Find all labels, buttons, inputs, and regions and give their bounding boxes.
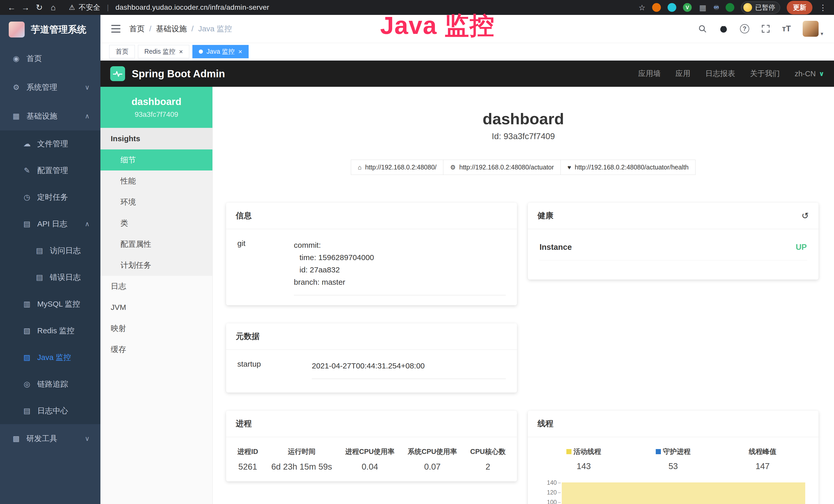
link-url: http://192.168.0.2:48080/ [365,164,436,171]
sba-item-environment[interactable]: 环境 [101,191,213,212]
breadcrumb-home[interactable]: 首页 [129,24,145,34]
instance-actuator-link[interactable]: ⚙ http://192.168.0.2:48080/actuator [443,160,561,175]
sba-logo-icon[interactable] [110,66,125,81]
sba-nav-wallboard[interactable]: 应用墙 [638,69,661,79]
sba-item-caches[interactable]: 缓存 [101,339,213,360]
config-icon: ✎ [21,166,32,175]
close-icon[interactable]: × [238,48,242,55]
sba-item-logs[interactable]: 日志 [101,276,213,297]
system-cpu: 系统CPU使用率 0.07 [408,447,457,472]
bookmark-star-icon[interactable]: ☆ [639,3,645,12]
metadata-key: startup [237,360,312,379]
sba-item-config-props[interactable]: 配置属性 [101,234,213,255]
forward-icon[interactable]: → [20,3,31,12]
live-threads-swatch [566,449,571,454]
profile-avatar-icon [743,3,752,12]
sidebar-item-java-monitor[interactable]: ▨ Java 监控 [0,344,101,371]
sba-language-select[interactable]: zh-CN ∨ [795,70,824,78]
sba-item-jvm[interactable]: JVM [101,297,213,318]
sba-item-classes[interactable]: 类 [101,212,213,234]
sidebar-item-scheduled-jobs[interactable]: ◷ 定时任务 [0,184,101,210]
breadcrumb-infrastructure[interactable]: 基础设施 [156,24,187,34]
sidebar-item-mysql-monitor[interactable]: ▥ MySQL 监控 [0,291,101,317]
url-text[interactable]: dashboard.yudao.iocoder.cn/infra/admin-s… [115,3,269,12]
fullscreen-icon[interactable] [761,24,770,33]
card-title: 线程 [528,411,819,437]
font-size-icon[interactable]: тT [782,24,791,33]
sba-nav-applications[interactable]: 应用 [676,69,690,79]
close-icon[interactable]: × [179,48,183,55]
instance-header[interactable]: dashboard 93a3fc7f7409 [101,87,213,128]
cards-grid: 信息 git commit: time: 1596289704000 id: 2… [213,175,834,504]
drop-extension-icon[interactable] [667,3,676,12]
chrome-menu-icon[interactable]: ⋮ [819,3,827,12]
legend-value: 147 [718,461,807,471]
history-icon[interactable]: ↺ [802,210,809,221]
ytick-140: 140 [547,479,561,486]
sba-main: dashboard Id: 93a3fc7f7409 ⌂ http://192.… [213,87,834,504]
instance-health-link[interactable]: ♥ http://192.168.0.2:48080/actuator/heal… [561,160,696,175]
tab-java-monitor[interactable]: Java 监控 × [192,45,249,58]
sidebar-item-config-mgmt[interactable]: ✎ 配置管理 [0,157,101,184]
sidebar-item-log-center[interactable]: ▤ 日志中心 [0,397,101,424]
sba-brand-title[interactable]: Spring Boot Admin [132,68,225,79]
sidebar-item-system-mgmt[interactable]: ⚙ 系统管理 ∨ [0,73,101,102]
sba-sidebar: dashboard 93a3fc7f7409 Insights 细节 性能 环境… [101,87,213,504]
profile-sync-paused[interactable]: 已暂停 [741,2,780,14]
back-icon[interactable]: ← [6,3,18,12]
sidebar-item-redis-monitor[interactable]: ▧ Redis 监控 [0,317,101,344]
sidebar-item-label: Redis 监控 [37,325,74,336]
health-row[interactable]: Instance UP [539,239,808,260]
sba-item-metrics[interactable]: 性能 [101,170,213,191]
hamburger-icon[interactable] [111,25,120,32]
home-icon[interactable]: ⌂ [47,3,59,12]
refresh-icon[interactable]: ↻ [34,3,45,12]
omnibox[interactable]: ⚠ 不安全 | dashboard.yudao.iocoder.cn/infra… [69,3,269,12]
tab-home[interactable]: 首页 [109,45,135,58]
sba-item-scheduled-tasks[interactable]: 计划任务 [101,255,213,276]
card-title: 元数据 [226,323,517,350]
chrome-update-button[interactable]: 更新 [787,1,812,15]
git-id-line: id: 27aa832 [294,264,506,276]
grid-extension-icon[interactable]: ▦ [698,3,707,12]
sidebar-item-tracing[interactable]: ◎ 链路追踪 [0,371,101,397]
file-icon: ☁ [21,139,32,148]
sidebar-item-file-mgmt[interactable]: ☁ 文件管理 [0,131,101,157]
instance-title: dashboard [213,110,834,128]
user-menu[interactable]: ▾ [803,21,823,37]
chevron-up-icon: ∧ [85,112,90,120]
fox-extension-icon[interactable] [652,3,661,12]
info-value: commit: time: 1596289704000 id: 27aa832 … [294,239,506,295]
health-card: 健康 ↺ Instance UP [528,203,819,280]
sba-item-mappings[interactable]: 映射 [101,318,213,339]
vue-devtools-icon[interactable]: V [683,3,692,12]
tab-redis-monitor[interactable]: Redis 监控 × [138,45,189,58]
sprout-extension-icon[interactable] [726,3,734,12]
legend-daemon-threads: 守护进程 53 [629,447,718,471]
infrastructure-icon: ▦ [10,112,22,120]
sidebar-item-dev-tools[interactable]: ▩ 研发工具 ∨ [0,424,101,453]
legend-label: 活动线程 [574,447,601,456]
sidebar-item-api-logs[interactable]: ▤ API 日志 ∧ [0,210,101,237]
sidebar-item-error-logs[interactable]: ▤ 错误日志 [0,264,101,291]
sba-nav-journal[interactable]: 日志报表 [705,69,735,79]
help-icon[interactable]: ? [740,24,749,33]
infrastructure-submenu: ☁ 文件管理 ✎ 配置管理 ◷ 定时任务 ▤ API 日志 ∧ ▤ [0,131,101,424]
github-icon[interactable] [719,24,728,33]
sidebar-item-access-logs[interactable]: ▤ 访问日志 [0,237,101,264]
instance-root-link[interactable]: ⌂ http://192.168.0.2:48080/ [351,160,444,175]
sidebar-item-home[interactable]: ◉ 首页 [0,44,101,73]
avatar[interactable] [803,21,818,37]
search-icon[interactable] [698,24,707,33]
card-title: 健康 [537,210,553,221]
sidebar-item-label: API 日志 [37,219,67,229]
sba-item-details[interactable]: 细节 [101,150,213,170]
proxy-on-icon[interactable]: on [714,5,719,10]
sidebar-item-infrastructure[interactable]: ▦ 基础设施 ∧ [0,102,101,131]
home-icon: ⌂ [358,164,361,171]
app-logo-block[interactable]: 芋道管理系统 [0,15,101,44]
chevron-up-icon: ∧ [85,220,90,228]
sba-nav-about[interactable]: 关于我们 [750,69,780,79]
paused-label: 已暂停 [755,3,775,12]
metadata-card-body: startup 2021-04-27T00:44:31.254+08:00 [226,350,517,389]
